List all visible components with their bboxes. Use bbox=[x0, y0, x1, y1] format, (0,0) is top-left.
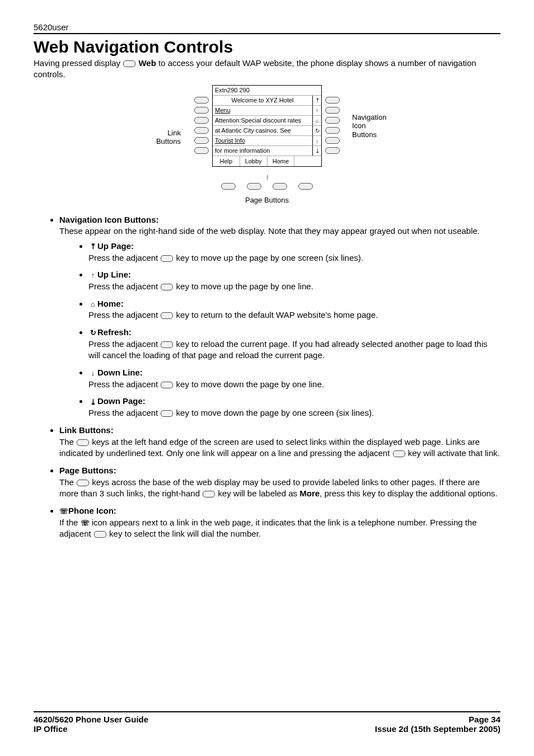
phone-icon: ☏ bbox=[59, 506, 68, 516]
nav-item-up-page: ⤒Up Page: Press the adjacent key to move… bbox=[88, 241, 500, 264]
page-button bbox=[221, 183, 236, 190]
footer-rule bbox=[34, 711, 500, 712]
nav-button bbox=[325, 127, 340, 134]
nav-button bbox=[325, 137, 340, 144]
refresh-icon: ↻ bbox=[88, 328, 97, 338]
bottombar-seg: Help bbox=[213, 156, 240, 166]
nav-item-d1: Press the adjacent bbox=[88, 379, 160, 389]
nav-icon-refresh: ↻ bbox=[312, 126, 321, 136]
phone-d3: key to select the link will dial the num… bbox=[107, 529, 261, 538]
nav-item-d1: Press the adjacent bbox=[88, 253, 160, 262]
nav-item-d1: Press the adjacent bbox=[88, 281, 160, 291]
screen-title: Extn290 290 bbox=[213, 86, 321, 96]
nav-item-d1: Press the adjacent bbox=[88, 339, 160, 349]
link-button bbox=[194, 137, 209, 144]
link-button bbox=[194, 147, 209, 154]
left-link-buttons bbox=[189, 85, 212, 156]
nav-item-d2: key to return to the default WAP website… bbox=[174, 310, 378, 320]
page-button bbox=[298, 183, 313, 190]
key-icon bbox=[77, 480, 89, 486]
nav-item-d2: key to move down the page by one screen … bbox=[174, 408, 374, 417]
figure-page-label: Page Buttons bbox=[189, 196, 345, 204]
link-label: Link Buttons: bbox=[59, 425, 114, 435]
key-icon bbox=[94, 531, 106, 538]
nav-item-d1: Press the adjacent bbox=[88, 408, 160, 417]
phone-screen: Extn290 290 Welcome to XYZ Hotel⤒ Menu↑ … bbox=[212, 85, 322, 167]
nav-item-refresh: ↻Refresh: Press the adjacent key to relo… bbox=[88, 327, 500, 361]
down-line-icon: ↓ bbox=[88, 368, 97, 378]
header-doc-label: 5620user bbox=[34, 22, 500, 32]
phone-icon: ☏ bbox=[81, 518, 90, 528]
nav-item-d2: key to move down the page by one line. bbox=[174, 379, 324, 389]
screen-welcome: Welcome to XYZ Hotel bbox=[213, 96, 312, 106]
main-list: Navigation Icon Buttons: These appear on… bbox=[34, 214, 500, 541]
key-icon bbox=[393, 450, 405, 457]
nav-section: Navigation Icon Buttons: These appear on… bbox=[59, 214, 500, 419]
nav-desc: These appear on the right-hand side of t… bbox=[59, 226, 500, 237]
bottombar-seg: Lobby bbox=[240, 156, 268, 166]
nav-label: Navigation Icon Buttons: bbox=[59, 215, 159, 224]
page-button bbox=[273, 183, 287, 190]
nav-button bbox=[325, 117, 340, 124]
footer-right2: Issue 2d (15th September 2005) bbox=[375, 724, 500, 734]
key-icon bbox=[161, 341, 173, 348]
nav-item-up-line: ↑Up Line: Press the adjacent key to move… bbox=[88, 269, 500, 292]
link-d1: The bbox=[59, 437, 76, 447]
down-page-icon: ⤓ bbox=[88, 397, 97, 407]
link-button bbox=[194, 97, 209, 104]
page-d3: key will be labeled as bbox=[216, 489, 299, 498]
nav-item-d1: Press the adjacent bbox=[88, 310, 160, 320]
link-button bbox=[194, 107, 209, 114]
page-label: Page Buttons: bbox=[59, 466, 116, 475]
intro-paragraph: Having pressed display Web to access you… bbox=[34, 58, 500, 81]
page-title: Web Navigation Controls bbox=[34, 37, 500, 57]
nav-icon-down-line: ↓ bbox=[312, 136, 321, 146]
page-d4: , press this key to display the addition… bbox=[320, 489, 498, 498]
up-page-icon: ⤒ bbox=[88, 242, 97, 252]
phone-label: Phone Icon: bbox=[68, 506, 116, 515]
nav-button bbox=[325, 97, 340, 104]
nav-sublist: ⤒Up Page: Press the adjacent key to move… bbox=[59, 241, 500, 419]
nav-item-label: Refresh: bbox=[97, 327, 132, 337]
footer-right1: Page 34 bbox=[469, 715, 500, 724]
home-icon: ⌂ bbox=[88, 299, 97, 309]
key-icon bbox=[123, 60, 135, 67]
footer-left1: 4620/5620 Phone User Guide bbox=[34, 715, 148, 724]
screen-row: Menu bbox=[213, 106, 312, 116]
intro-web: Web bbox=[138, 58, 156, 68]
figure-nav-label: Navigation Icon Buttons bbox=[352, 113, 397, 139]
bottombar-seg: Home bbox=[268, 156, 295, 166]
bottombar-seg bbox=[294, 156, 321, 166]
nav-item-label: Down Page: bbox=[97, 396, 146, 406]
phone-section: ☏Phone Icon: If the ☏ icon appears next … bbox=[59, 505, 500, 540]
nav-item-down-line: ↓Down Line: Press the adjacent key to mo… bbox=[88, 367, 500, 390]
nav-icon-down-page: ⤓ bbox=[312, 146, 321, 156]
key-icon bbox=[161, 410, 173, 417]
nav-item-d2: key to move up the page by one line. bbox=[174, 281, 313, 291]
phone-d1: If the bbox=[59, 518, 81, 527]
nav-item-home: ⌂Home: Press the adjacent key to return … bbox=[88, 298, 500, 321]
nav-item-label: Up Page: bbox=[97, 241, 134, 251]
right-nav-buttons bbox=[322, 85, 345, 156]
page-more: More bbox=[299, 489, 320, 498]
key-icon bbox=[161, 255, 173, 262]
page-section: Page Buttons: The keys across the base o… bbox=[59, 465, 500, 500]
page-button bbox=[247, 183, 261, 190]
screen-bottombar: Help Lobby Home bbox=[213, 156, 321, 166]
phone-figure: Link Buttons Navigation Icon Buttons Ext… bbox=[34, 85, 500, 204]
up-line-icon: ↑ bbox=[88, 270, 97, 280]
nav-item-down-page: ⤓Down Page: Press the adjacent key to mo… bbox=[88, 396, 500, 419]
key-icon bbox=[77, 439, 89, 446]
figure-link-label: Link Buttons bbox=[147, 129, 181, 146]
link-button bbox=[194, 117, 209, 124]
key-icon bbox=[161, 284, 173, 290]
nav-icon-up-page: ⤒ bbox=[312, 96, 321, 106]
screen-row: Tourist Info bbox=[213, 136, 312, 146]
screen-row: for more information bbox=[213, 146, 312, 156]
page-footer: 4620/5620 Phone User Guide Page 34 IP Of… bbox=[34, 711, 500, 734]
link-button bbox=[194, 127, 209, 134]
key-icon bbox=[161, 382, 173, 388]
footer-left2: IP Office bbox=[34, 724, 68, 734]
nav-icon-up-line: ↑ bbox=[312, 106, 321, 116]
link-d3: key will activate that link. bbox=[406, 448, 500, 458]
